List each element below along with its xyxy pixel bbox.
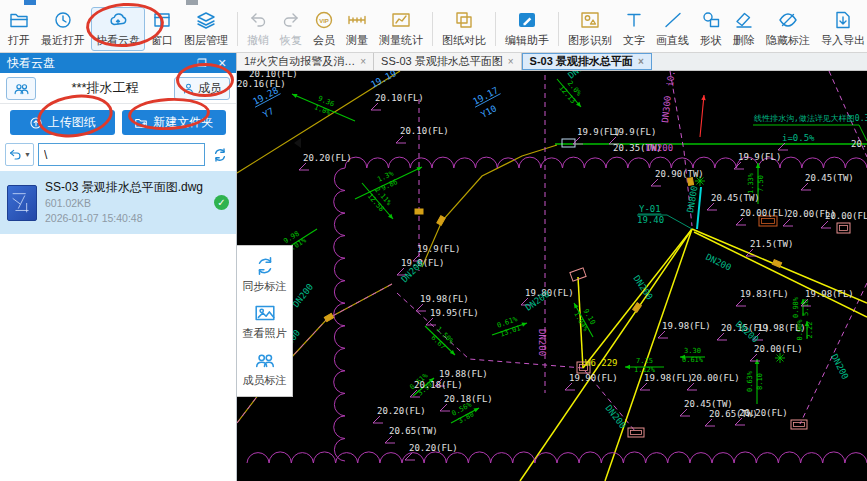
toolbar-button-label: 形状 <box>700 33 722 48</box>
float-panel-label: 同步标注 <box>243 279 287 294</box>
toolbar-button-label: 导入导出 <box>821 33 865 48</box>
window-icon <box>152 10 172 30</box>
shapes-icon <box>701 10 721 30</box>
text-icon <box>624 10 644 30</box>
float-window-icon[interactable]: ❐ <box>195 57 209 70</box>
drawing-tab[interactable]: SS-03 景观排水总平面图× <box>374 53 521 70</box>
upload-icon <box>29 116 43 130</box>
members-button[interactable]: 成员 <box>174 77 230 100</box>
window-icon <box>152 10 172 33</box>
drawing-tabbar: 1#火灾自动报警及消…×SS-03 景观排水总平面图×S-03 景观排水总平面× <box>237 53 867 71</box>
toolbar-button-cloud[interactable]: 快看云盘 <box>91 7 145 51</box>
toolbar-button-eraser[interactable]: 删除 <box>728 7 760 51</box>
upload-drawing-button[interactable]: 上传图纸 <box>10 110 115 135</box>
cad-text-label: 20.10(FL) <box>249 71 298 79</box>
svg-text:20.00(FL): 20.00(FL) <box>740 208 789 218</box>
svg-text:19.9(FL): 19.9(FL) <box>417 244 460 254</box>
toolbar-button-label: 删除 <box>733 33 755 48</box>
undo-icon <box>248 10 268 33</box>
svg-text:19.83(FL): 19.83(FL) <box>740 289 789 299</box>
toolbar-button-shape-recog[interactable]: 图形识别 <box>563 7 617 51</box>
toolbar-button-label: 编辑助手 <box>505 33 549 48</box>
toolbar-button-shapes[interactable]: 形状 <box>695 7 727 51</box>
titlebar-chip-icon <box>186 0 198 5</box>
clock-icon <box>53 10 73 33</box>
project-row: ***排水工程 成员 <box>0 73 236 104</box>
svg-text:20.20(FL): 20.20(FL) <box>303 153 352 163</box>
ruler-icon <box>347 10 367 30</box>
toolbar-button-edit-assist[interactable]: 编辑助手 <box>500 7 554 51</box>
tab-label: 1#火灾自动报警及消… <box>244 54 355 69</box>
toolbar-button-ruler[interactable]: 测量 <box>341 7 373 51</box>
cloud-icon <box>108 10 128 33</box>
cad-text-label: DN200 <box>646 143 673 153</box>
toolbar-button-line[interactable]: 画直线 <box>651 7 694 51</box>
path-row: ▼ <box>0 140 236 171</box>
edit-assist-icon <box>517 10 537 33</box>
redo-icon <box>281 10 301 30</box>
cad-canvas[interactable]: 1.0%9.361.3%9.861.01%9.982.11%12.582.0%1… <box>237 71 867 481</box>
refresh-button[interactable] <box>209 143 231 166</box>
back-button[interactable]: ▼ <box>5 143 34 166</box>
project-title: ***排水工程 <box>40 79 170 97</box>
tab-label: SS-03 景观排水总平面图 <box>381 54 503 69</box>
float-panel-sync-button[interactable]: 同步标注 <box>243 251 287 298</box>
undo-icon <box>248 10 268 30</box>
members-icon <box>254 349 276 371</box>
toolbar-button-redo[interactable]: 恢复 <box>275 7 307 51</box>
slope-label: 7.15 <box>636 357 653 365</box>
close-icon[interactable]: ✕ <box>215 57 229 70</box>
tab-close-icon[interactable]: × <box>508 56 514 67</box>
toolbar-button-undo[interactable]: 撤销 <box>242 7 274 51</box>
toolbar-button-eye-off[interactable]: 隐藏标注 <box>761 7 815 51</box>
new-folder-icon <box>134 116 148 130</box>
svg-text:19.9(FL): 19.9(FL) <box>613 127 656 137</box>
slope-label: 0.61% <box>682 356 704 364</box>
path-input[interactable] <box>38 143 205 166</box>
tab-close-icon[interactable]: × <box>360 56 366 67</box>
toolbar-button-compare[interactable]: 图纸对比 <box>437 7 491 51</box>
panel-collapse-handle[interactable] <box>293 133 302 153</box>
cad-drawing[interactable]: 1.0%9.361.3%9.861.01%9.982.11%12.582.0%1… <box>237 71 867 481</box>
toolbar-button-vip[interactable]: VIP会员 <box>308 7 340 51</box>
tab-close-icon[interactable]: × <box>638 56 644 67</box>
toolbar-button-text[interactable]: 文字 <box>618 7 650 51</box>
svg-text:20.00(FL): 20.00(FL) <box>754 344 803 354</box>
float-panel-label: 成员标注 <box>243 373 287 388</box>
float-panel-photo-button[interactable]: 查看照片 <box>243 298 287 345</box>
folder-open-icon <box>9 10 29 30</box>
toolbar-button-label: 画直线 <box>656 33 689 48</box>
layers-icon <box>196 10 216 33</box>
dwg-thumbnail <box>7 185 37 221</box>
member-icon <box>182 82 195 95</box>
toolbar-button-label: 文字 <box>623 33 645 48</box>
folder-open-icon <box>9 10 29 33</box>
cloud-icon <box>108 10 128 30</box>
team-button[interactable] <box>6 77 36 100</box>
toolbar-button-window[interactable]: 窗口 <box>146 7 178 51</box>
drawing-tab[interactable]: 1#火灾自动报警及消…× <box>237 53 374 70</box>
titlebar-sliver <box>0 0 867 5</box>
clock-icon <box>53 10 73 30</box>
svg-text:20.35(TW: 20.35(TW <box>851 139 867 149</box>
titlebar-chip-icon <box>24 0 36 5</box>
new-folder-button[interactable]: 新建文件夹 <box>122 110 227 135</box>
drawing-tab[interactable]: S-03 景观排水总平面× <box>522 53 652 70</box>
float-panel-members-button[interactable]: 成员标注 <box>243 345 287 392</box>
svg-text:20.18(FL): 20.18(FL) <box>414 380 463 390</box>
svg-text:19.98(FL): 19.98(FL) <box>644 373 693 383</box>
pipe-fitting <box>415 209 423 214</box>
toolbar-button-ruler-stats[interactable]: 测量统计 <box>374 7 428 51</box>
slope-label: 7.50 <box>757 175 765 192</box>
shape-recog-icon <box>580 10 600 33</box>
ruler-stats-icon <box>391 10 411 30</box>
svg-text:20.00(FL): 20.00(FL) <box>691 373 740 383</box>
toolbar-button-import-export[interactable]: 导入导出 <box>816 7 867 51</box>
toolbar-button-clock[interactable]: 最近打开 <box>36 7 90 51</box>
line-icon <box>663 10 683 33</box>
toolbar-button-folder-open[interactable]: 打开 <box>3 7 35 51</box>
svg-text:20.20(FL): 20.20(FL) <box>377 406 426 416</box>
file-row[interactable]: SS-03 景观排水总平面图.dwg 601.02KB 2026-01-07 1… <box>0 171 236 234</box>
toolbar-button-layers[interactable]: 图层管理 <box>179 7 233 51</box>
slope-label: 1.33% <box>747 172 755 194</box>
